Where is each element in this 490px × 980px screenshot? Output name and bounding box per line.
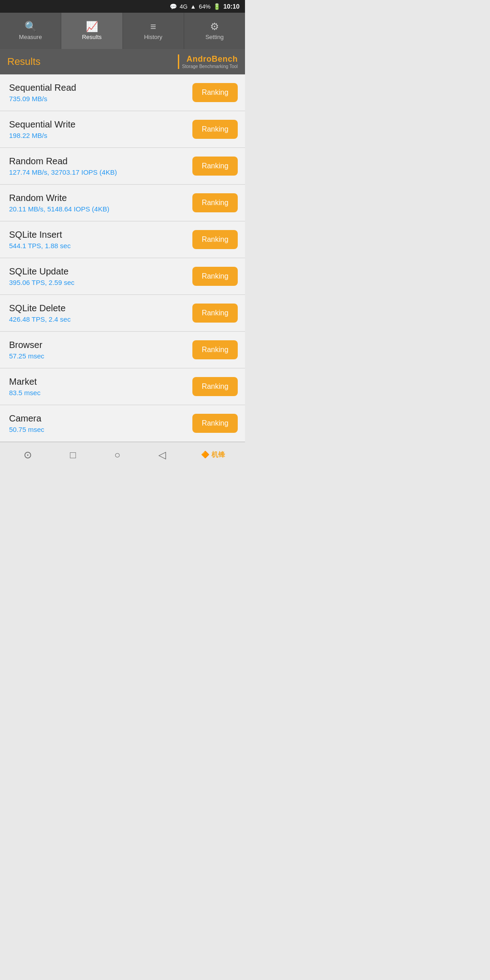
battery-level: 64% — [199, 3, 211, 10]
bench-info: Market 83.5 msec — [9, 377, 192, 397]
tab-setting-label: Setting — [206, 34, 224, 40]
time: 10:10 — [223, 3, 240, 10]
tab-setting[interactable]: ⚙ Setting — [184, 13, 245, 49]
battery-icon: 🔋 — [213, 3, 220, 10]
brand-name-andro: Andro — [186, 54, 212, 64]
bench-name: SQLite Insert — [9, 230, 192, 240]
tab-history[interactable]: ≡ History — [123, 13, 184, 49]
ranking-button[interactable]: Ranking — [192, 120, 238, 139]
bench-value: 544.1 TPS, 1.88 sec — [9, 242, 192, 250]
bench-item: Sequential Write 198.22 MB/s Ranking — [0, 111, 245, 148]
bench-value: 83.5 msec — [9, 389, 192, 397]
brand-name-bench: Bench — [211, 54, 238, 64]
bench-value: 50.75 msec — [9, 426, 192, 433]
brand-sub: Storage Benchmarking Tool — [182, 64, 238, 69]
bench-info: SQLite Delete 426.48 TPS, 2.4 sec — [9, 303, 192, 323]
tab-results-label: Results — [82, 34, 102, 40]
bench-item: Camera 50.75 msec Ranking — [0, 405, 245, 442]
brand-wrapper: AndroBench Storage Benchmarking Tool — [178, 54, 238, 69]
results-icon: 📈 — [86, 22, 98, 32]
ranking-button[interactable]: Ranking — [192, 157, 238, 176]
benchmark-list: Sequential Read 735.09 MB/s Ranking Sequ… — [0, 74, 245, 442]
brand-bar — [178, 54, 179, 69]
bench-value: 20.11 MB/s, 5148.64 IOPS (4KB) — [9, 205, 192, 213]
bench-item: Browser 57.25 msec Ranking — [0, 332, 245, 368]
tab-results[interactable]: 📈 Results — [61, 13, 122, 49]
nav-tabs: 🔍 Measure 📈 Results ≡ History ⚙ Setting — [0, 13, 245, 49]
bench-name: Market — [9, 377, 192, 387]
bench-info: SQLite Insert 544.1 TPS, 1.88 sec — [9, 230, 192, 250]
bench-value: 395.06 TPS, 2.59 sec — [9, 279, 192, 286]
nav-back-icon[interactable]: ◁ — [155, 446, 170, 465]
status-bar: 💬 4G ▲ 64% 🔋 10:10 — [0, 0, 245, 13]
bench-value: 127.74 MB/s, 32703.17 IOPS (4KB) — [9, 168, 192, 176]
ranking-button[interactable]: Ranking — [192, 83, 238, 102]
bench-info: Sequential Write 198.22 MB/s — [9, 119, 192, 139]
bench-item: Random Read 127.74 MB/s, 32703.17 IOPS (… — [0, 148, 245, 185]
bench-name: Sequential Read — [9, 83, 192, 93]
bench-item: SQLite Update 395.06 TPS, 2.59 sec Ranki… — [0, 258, 245, 295]
bench-value: 198.22 MB/s — [9, 132, 192, 139]
bench-info: Random Write 20.11 MB/s, 5148.64 IOPS (4… — [9, 193, 192, 213]
bench-info: Random Read 127.74 MB/s, 32703.17 IOPS (… — [9, 156, 192, 176]
bench-value: 735.09 MB/s — [9, 95, 192, 103]
bench-name: Browser — [9, 340, 192, 350]
bench-value: 426.48 TPS, 2.4 sec — [9, 315, 192, 323]
history-icon: ≡ — [150, 22, 156, 32]
bench-name: Sequential Write — [9, 119, 192, 130]
wechat-icon: 💬 — [170, 3, 177, 10]
bottom-logo: 🔶 机锋 — [201, 451, 225, 459]
brand: AndroBench Storage Benchmarking Tool — [182, 54, 238, 69]
ranking-button[interactable]: Ranking — [192, 304, 238, 323]
nav-circle-icon[interactable]: ⊙ — [20, 446, 35, 465]
bench-item: Sequential Read 735.09 MB/s Ranking — [0, 74, 245, 111]
bench-info: Browser 57.25 msec — [9, 340, 192, 360]
ranking-button[interactable]: Ranking — [192, 193, 238, 212]
ranking-button[interactable]: Ranking — [192, 414, 238, 433]
bench-name: SQLite Update — [9, 266, 192, 277]
nav-square-icon[interactable]: □ — [66, 446, 79, 465]
ranking-button[interactable]: Ranking — [192, 377, 238, 396]
measure-icon: 🔍 — [24, 22, 37, 32]
ranking-button[interactable]: Ranking — [192, 230, 238, 249]
tab-measure[interactable]: 🔍 Measure — [0, 13, 61, 49]
bench-value: 57.25 msec — [9, 352, 192, 360]
bench-item: Random Write 20.11 MB/s, 5148.64 IOPS (4… — [0, 185, 245, 221]
bottom-nav: ⊙ □ ○ ◁ 🔶 机锋 — [0, 442, 245, 467]
signal-icon: ▲ — [190, 3, 196, 10]
bench-name: SQLite Delete — [9, 303, 192, 314]
logo-text: 🔶 机锋 — [201, 451, 225, 459]
bench-info: SQLite Update 395.06 TPS, 2.59 sec — [9, 266, 192, 286]
results-title: Results — [7, 56, 40, 68]
tab-history-label: History — [144, 34, 162, 40]
brand-name: AndroBench — [186, 54, 238, 64]
bench-name: Random Write — [9, 193, 192, 203]
ranking-button[interactable]: Ranking — [192, 267, 238, 286]
bench-info: Sequential Read 735.09 MB/s — [9, 83, 192, 103]
nav-home-icon[interactable]: ○ — [111, 446, 124, 465]
bench-item: SQLite Insert 544.1 TPS, 1.88 sec Rankin… — [0, 221, 245, 258]
setting-icon: ⚙ — [210, 22, 219, 32]
tab-measure-label: Measure — [19, 34, 42, 40]
results-header: Results AndroBench Storage Benchmarking … — [0, 49, 245, 74]
ranking-button[interactable]: Ranking — [192, 340, 238, 359]
bench-name: Camera — [9, 413, 192, 424]
network-type: 4G — [180, 3, 187, 10]
bench-info: Camera 50.75 msec — [9, 413, 192, 433]
bench-item: Market 83.5 msec Ranking — [0, 368, 245, 405]
bench-name: Random Read — [9, 156, 192, 167]
bench-item: SQLite Delete 426.48 TPS, 2.4 sec Rankin… — [0, 295, 245, 332]
